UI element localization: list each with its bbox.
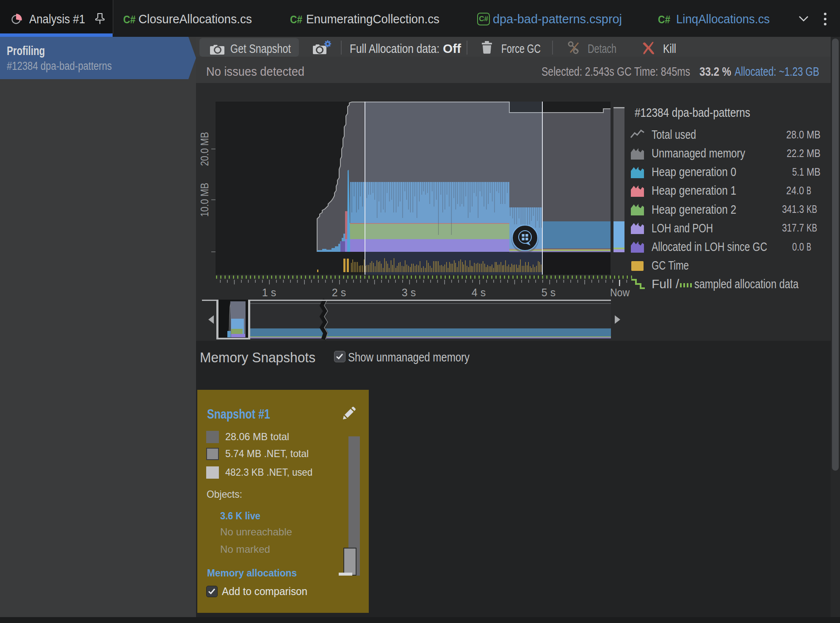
svg-text:10.0 MB: 10.0 MB bbox=[198, 183, 210, 217]
svg-text:20.0 MB: 20.0 MB bbox=[198, 132, 210, 166]
